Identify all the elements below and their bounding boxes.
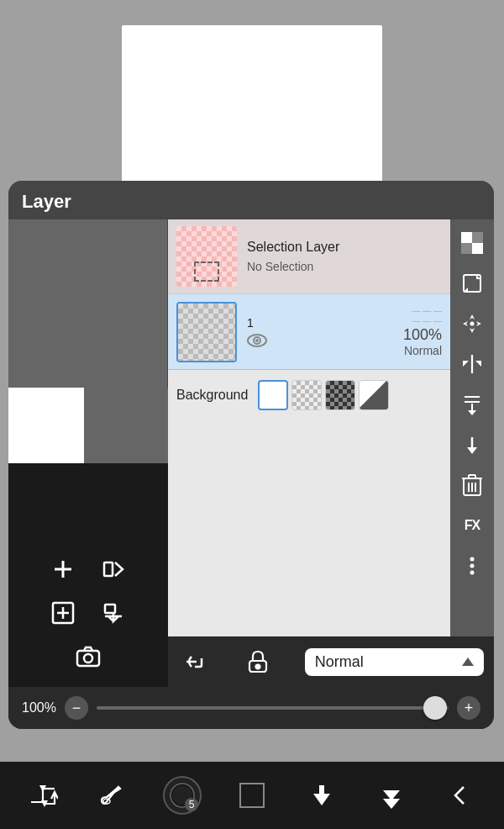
flip-button[interactable] bbox=[454, 346, 491, 383]
swatch-diagonal[interactable] bbox=[359, 380, 389, 410]
transform-select-button[interactable] bbox=[454, 265, 491, 302]
layer1-stats: — — —— — — 100% Normal bbox=[403, 306, 442, 357]
preview-gray bbox=[84, 388, 168, 463]
svg-marker-49 bbox=[383, 799, 400, 809]
svg-marker-27 bbox=[468, 410, 476, 415]
svg-rect-47 bbox=[319, 785, 324, 795]
blend-mode-arrow-icon bbox=[462, 657, 474, 666]
camera-button[interactable] bbox=[71, 640, 105, 673]
selection-layer-row[interactable]: Selection Layer No Selection bbox=[168, 219, 450, 294]
svg-point-40 bbox=[256, 665, 260, 669]
svg-point-8 bbox=[84, 654, 92, 663]
zoom-plus-icon: + bbox=[465, 700, 474, 717]
svg-marker-46 bbox=[313, 794, 330, 805]
svg-marker-19 bbox=[463, 321, 468, 326]
svg-marker-22 bbox=[463, 361, 469, 367]
layer-main-content: Selection Layer No Selection 1 bbox=[8, 219, 494, 687]
layer-panel-header: Layer bbox=[8, 181, 494, 219]
svg-rect-12 bbox=[461, 232, 472, 243]
tools-row-2 bbox=[8, 591, 168, 635]
merge-button[interactable] bbox=[454, 386, 491, 423]
blend-back-button[interactable] bbox=[178, 645, 212, 679]
layer1-number: 1 bbox=[247, 316, 403, 330]
visibility-icon[interactable] bbox=[247, 333, 267, 348]
swap-tool-button[interactable] bbox=[19, 772, 66, 819]
layer1-percent: 100% bbox=[403, 326, 442, 344]
down-arrow-button[interactable] bbox=[298, 772, 345, 819]
move-button[interactable] bbox=[454, 305, 491, 342]
more-button[interactable] bbox=[454, 547, 491, 584]
selection-layer-name: Selection Layer bbox=[247, 240, 442, 255]
left-tools-panel bbox=[8, 219, 168, 687]
selection-layer-sub: No Selection bbox=[247, 260, 442, 273]
layer1-info: 1 bbox=[247, 316, 403, 348]
right-icon-bar: FX bbox=[450, 219, 494, 636]
background-row[interactable]: Background bbox=[168, 370, 450, 420]
zoom-slider[interactable] bbox=[97, 706, 449, 710]
zoom-percent: 100% bbox=[22, 700, 56, 715]
zoom-out-button[interactable]: − bbox=[65, 696, 88, 720]
layer1-extra: — — —— — — bbox=[403, 306, 442, 326]
svg-point-21 bbox=[470, 322, 475, 326]
background-label: Background bbox=[176, 388, 248, 403]
svg-marker-18 bbox=[470, 328, 475, 333]
blend-mode-selector[interactable]: Normal bbox=[305, 648, 484, 676]
layer1-row[interactable]: 1 bbox=[168, 294, 450, 370]
flip-layer-button[interactable] bbox=[97, 552, 130, 586]
back-button[interactable] bbox=[437, 772, 484, 819]
zoom-in-button[interactable]: + bbox=[457, 696, 480, 720]
layer-preview-top bbox=[8, 219, 168, 388]
brush-circle: 5 bbox=[163, 776, 202, 815]
fx-button[interactable]: FX bbox=[454, 507, 491, 544]
svg-marker-20 bbox=[476, 321, 481, 326]
layer-preview-bottom bbox=[8, 388, 168, 539]
checkerboard-button[interactable] bbox=[454, 224, 491, 261]
zoom-slider-thumb bbox=[423, 696, 447, 720]
svg-marker-23 bbox=[475, 361, 481, 367]
layers-list-container: Selection Layer No Selection 1 bbox=[168, 219, 494, 687]
swatch-dark-checker[interactable] bbox=[325, 380, 355, 410]
move-down-button[interactable] bbox=[454, 426, 491, 463]
layer-panel: Layer bbox=[8, 181, 494, 729]
layer1-opacity-row bbox=[247, 333, 403, 348]
svg-rect-15 bbox=[461, 243, 472, 254]
add-group-button[interactable] bbox=[46, 596, 80, 630]
svg-rect-14 bbox=[472, 232, 483, 243]
svg-rect-6 bbox=[105, 605, 115, 613]
layer-panel-title: Layer bbox=[22, 191, 71, 212]
background-swatches bbox=[258, 380, 389, 410]
selection-info: Selection Layer No Selection bbox=[247, 240, 442, 273]
svg-rect-7 bbox=[77, 651, 99, 666]
svg-point-36 bbox=[470, 557, 475, 562]
selection-dashed-box bbox=[194, 261, 219, 282]
swatch-white[interactable] bbox=[258, 380, 288, 410]
layer1-thumb bbox=[176, 302, 237, 362]
tools-row-3 bbox=[8, 635, 168, 679]
fx-label: FX bbox=[465, 518, 480, 533]
bottom-toolbar: 5 bbox=[0, 762, 504, 829]
blend-lock-button[interactable] bbox=[218, 650, 298, 673]
svg-marker-17 bbox=[470, 314, 475, 319]
layers-list: Selection Layer No Selection 1 bbox=[168, 219, 450, 636]
preview-black bbox=[8, 463, 168, 539]
selection-layer-thumb bbox=[176, 226, 237, 287]
tools-row-1 bbox=[8, 547, 168, 591]
svg-point-11 bbox=[255, 339, 259, 342]
circle-tool-button[interactable]: 5 bbox=[159, 772, 206, 819]
square-tool-button[interactable] bbox=[228, 772, 276, 819]
zoom-bar: 100% − + bbox=[8, 687, 494, 729]
delete-layer-button[interactable] bbox=[454, 467, 491, 504]
svg-point-37 bbox=[470, 564, 475, 568]
brush-badge: 5 bbox=[185, 798, 198, 811]
layer1-mode: Normal bbox=[403, 344, 442, 357]
left-bottom-tools bbox=[8, 539, 168, 687]
add-layer-button[interactable] bbox=[46, 552, 80, 586]
brush-tool-button[interactable] bbox=[89, 772, 136, 819]
merge-down-button[interactable] bbox=[97, 596, 130, 630]
blend-mode-bar: Normal bbox=[168, 636, 494, 687]
color-square bbox=[239, 783, 265, 808]
svg-point-38 bbox=[470, 571, 475, 575]
swatch-checker[interactable] bbox=[291, 380, 322, 410]
down-double-button[interactable] bbox=[368, 772, 415, 819]
preview-white bbox=[8, 388, 84, 463]
